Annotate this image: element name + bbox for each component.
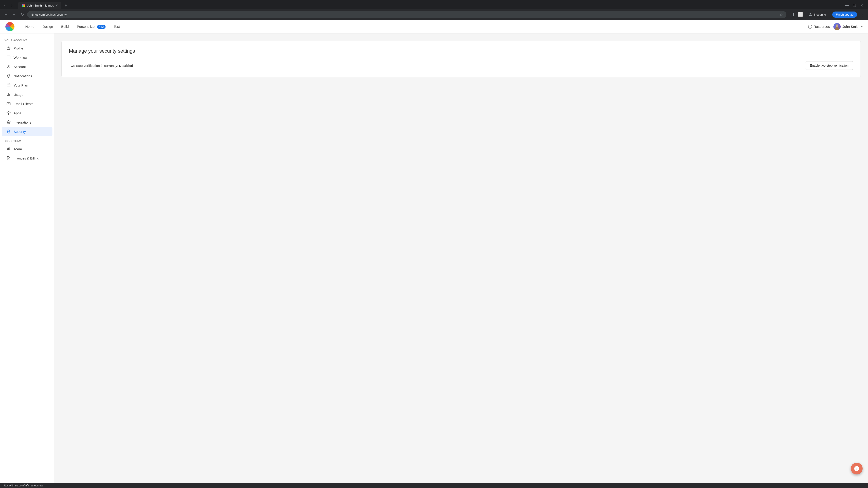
status-arrow: › <box>864 484 865 487</box>
user-name: John Smith <box>842 25 860 29</box>
bookmark-icon[interactable]: ☆ <box>780 12 783 17</box>
extensions-button[interactable]: ⬜ <box>797 11 804 18</box>
nav-test[interactable]: Test <box>110 23 124 30</box>
sidebar-item-profile-label: Profile <box>13 46 23 50</box>
sidebar-item-security[interactable]: Security <box>2 127 53 136</box>
main-layout: YOUR ACCOUNT Profile Workflow <box>0 33 868 488</box>
back-button[interactable]: ← <box>3 11 9 18</box>
forward-button[interactable]: → <box>11 11 17 18</box>
address-bar[interactable]: litmus.com/settings/security ☆ <box>27 11 786 18</box>
svg-point-0 <box>8 48 9 49</box>
lock-icon <box>6 129 11 134</box>
svg-point-14 <box>8 148 9 149</box>
sidebar-item-invoices-billing[interactable]: Invoices & Billing <box>2 154 53 163</box>
incognito-button[interactable]: Incognito <box>805 11 829 18</box>
sidebar-item-usage-label: Usage <box>13 93 23 96</box>
person-icon <box>6 64 11 69</box>
enable-two-step-verification-button[interactable]: Enable two-step verification <box>805 61 853 70</box>
sidebar-section-your-team: YOUR TEAM <box>0 140 54 144</box>
address-text: litmus.com/settings/security <box>31 13 67 16</box>
main-content: Manage your security settings Two-step v… <box>54 33 868 488</box>
address-bar-row: ← → ↻ litmus.com/settings/security ☆ ⬇ ⬜… <box>0 9 868 20</box>
window-controls: — ❐ ✕ <box>844 3 866 8</box>
user-menu[interactable]: John Smith ▾ <box>833 23 863 30</box>
tab-bar-left: ‹ › John Smith > Litmus × + <box>2 2 69 9</box>
sidebar-item-your-plan-label: Your Plan <box>13 84 28 87</box>
nav-design[interactable]: Design <box>39 23 57 30</box>
more-options-button[interactable]: ⋮ <box>859 11 865 18</box>
sidebar-item-apps-label: Apps <box>13 111 21 115</box>
envelope-icon <box>6 101 11 106</box>
sidebar-item-email-clients[interactable]: Email Clients <box>2 99 53 108</box>
status-right: › <box>864 484 865 487</box>
resources-button[interactable]: i Resources <box>808 25 830 29</box>
document-icon <box>6 156 11 160</box>
sidebar: YOUR ACCOUNT Profile Workflow <box>0 33 54 488</box>
sidebar-item-profile[interactable]: Profile <box>2 43 53 53</box>
reload-button[interactable]: ↻ <box>19 11 25 18</box>
sidebar-item-integrations[interactable]: Integrations <box>2 118 53 127</box>
sidebar-item-apps[interactable]: Apps <box>2 108 53 118</box>
camera-icon <box>6 46 11 51</box>
verification-status: Disabled <box>119 64 133 68</box>
tab-close-button[interactable]: × <box>56 4 58 7</box>
sidebar-item-invoices-billing-label: Invoices & Billing <box>13 156 39 160</box>
app-logo[interactable] <box>5 22 14 31</box>
sidebar-item-notifications-label: Notifications <box>13 74 32 78</box>
layers-icon <box>6 111 11 115</box>
svg-rect-3 <box>7 84 10 87</box>
tab-title: John Smith > Litmus <box>27 4 54 7</box>
sidebar-item-workflow[interactable]: Workflow <box>2 53 53 62</box>
fab-icon <box>854 466 860 471</box>
active-tab[interactable]: John Smith > Litmus × <box>18 2 61 9</box>
sidebar-item-account[interactable]: Account <box>2 62 53 71</box>
sidebar-item-your-plan[interactable]: Your Plan <box>2 80 53 90</box>
tab-back-button[interactable]: ‹ <box>2 2 8 8</box>
window-minimize-button[interactable]: — <box>844 3 850 8</box>
incognito-icon <box>808 12 813 17</box>
resources-label: Resources <box>813 25 830 29</box>
sidebar-item-notifications[interactable]: Notifications <box>2 71 53 80</box>
sidebar-item-security-label: Security <box>13 130 26 133</box>
sidebar-item-integrations-label: Integrations <box>13 121 31 124</box>
nav-build[interactable]: Build <box>58 23 72 30</box>
page-title: Manage your security settings <box>69 48 853 54</box>
sidebar-item-team[interactable]: Team <box>2 144 53 153</box>
tab-favicon-icon <box>22 4 25 7</box>
calendar-icon <box>6 83 11 88</box>
security-row: Two-step verification is currently: Disa… <box>69 61 853 70</box>
address-bar-icons: ☆ <box>780 12 783 17</box>
nav-personalize-label: Personalize <box>77 25 94 29</box>
chevron-down-icon: ▾ <box>861 25 863 28</box>
nav-personalize[interactable]: Personalize New <box>73 23 109 30</box>
sidebar-item-usage[interactable]: Usage <box>2 90 53 99</box>
sidebar-item-team-label: Team <box>13 147 22 151</box>
bell-icon <box>6 74 11 78</box>
browser-chrome: ‹ › John Smith > Litmus × + — ❐ ✕ ← → ↻ … <box>0 0 868 20</box>
fab-button[interactable] <box>851 463 863 475</box>
status-url: https://litmus.com/mfa_setup/new <box>3 484 43 487</box>
finish-update-button[interactable]: Finish update <box>832 11 857 18</box>
sidebar-item-email-clients-label: Email Clients <box>13 102 33 106</box>
layers2-icon <box>6 120 11 125</box>
svg-rect-13 <box>7 131 10 133</box>
window-restore-button[interactable]: ❐ <box>852 3 857 8</box>
download-button[interactable]: ⬇ <box>790 11 796 18</box>
nav-links: Home Design Build Personalize New Test <box>22 23 123 30</box>
sidebar-item-account-label: Account <box>13 65 26 69</box>
avatar <box>833 23 841 30</box>
verification-prefix: Two-step verification is currently: <box>69 64 119 68</box>
nav-personalize-badge: New <box>97 25 105 29</box>
people-icon <box>6 147 11 151</box>
top-nav: Home Design Build Personalize New Test i… <box>0 20 868 33</box>
svg-point-2 <box>8 65 9 67</box>
new-tab-button[interactable]: + <box>63 2 69 9</box>
tab-forward-button[interactable]: › <box>8 2 15 8</box>
window-close-button[interactable]: ✕ <box>859 3 864 8</box>
toolbar-icons: ⬇ ⬜ <box>790 11 804 18</box>
bar-chart-icon <box>6 92 11 97</box>
incognito-label: Incognito <box>814 13 826 16</box>
map-icon <box>6 55 11 60</box>
nav-home[interactable]: Home <box>22 23 38 30</box>
security-card: Manage your security settings Two-step v… <box>61 41 861 77</box>
